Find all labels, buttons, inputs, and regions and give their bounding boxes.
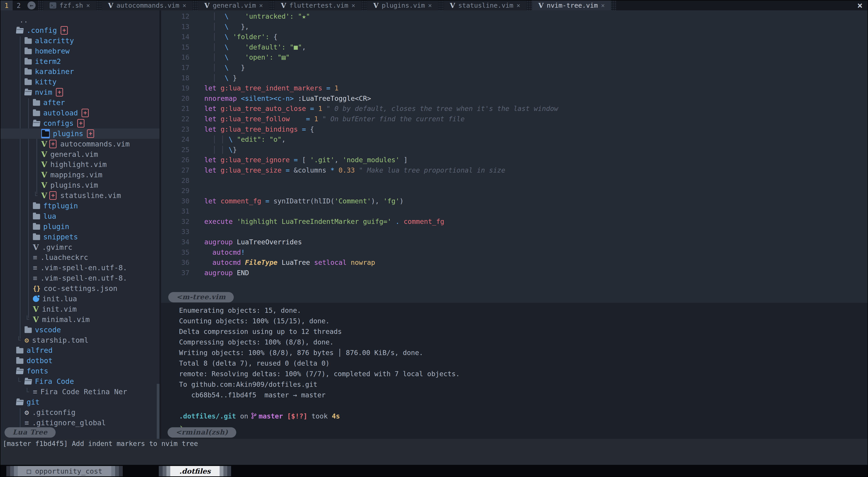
file-tree-sidebar[interactable]: ...config+alacrittyhomebrewiterm2karabin… — [0, 10, 159, 439]
back-arrow-icon[interactable]: ← — [28, 1, 36, 9]
tab-nvim-tree.vim[interactable]: Vnvim-tree.vim× — [532, 0, 611, 10]
tree-item-fonts[interactable]: fonts — [0, 366, 159, 376]
tree-item-.vim-spell-en.utf-8.[interactable]: ≡.vim-spell-en.utf-8. — [0, 273, 159, 283]
tree-item-plugin[interactable]: plugin — [0, 222, 159, 232]
tree-item-configs[interactable]: configs+ — [0, 118, 159, 129]
git-new-badge: + — [77, 119, 85, 128]
tree-item-dotbot[interactable]: dotbot — [0, 355, 159, 366]
tab-autocommands.vim[interactable]: Vautocommands.vim× — [102, 0, 193, 10]
code-text: nnoremap <silent><c-n> :LuaTreeToggle<CR… — [197, 95, 371, 102]
tmux-session-right[interactable]: .dotfiles — [159, 466, 231, 476]
tab-close-icon[interactable]: × — [601, 2, 605, 9]
code-line[interactable]: 32execute 'highlight LuaTreeIndentMarker… — [161, 216, 868, 227]
code-line[interactable]: 21let g:lua_tree_auto_close = 1 " 0 by d… — [161, 103, 868, 114]
tab-close-icon[interactable]: × — [259, 2, 263, 9]
tree-item-general.vim[interactable]: Vgeneral.vim — [0, 149, 159, 160]
code-line[interactable]: 31 — [161, 206, 868, 216]
tree-item-label: nvim — [35, 88, 52, 97]
tree-item-homebrew[interactable]: homebrew — [0, 46, 159, 56]
tree-item-ftplugin[interactable]: ftplugin — [0, 201, 159, 211]
tree-item-snippets[interactable]: snippets — [0, 232, 159, 242]
tab-close-icon[interactable]: × — [517, 2, 520, 9]
tree-item-karabiner[interactable]: karabiner — [0, 66, 159, 77]
tab-close-icon[interactable]: × — [182, 2, 186, 9]
code-line[interactable]: 37augroup END — [161, 268, 868, 278]
tab-statusline.vim[interactable]: Vstatusline.vim× — [444, 0, 527, 10]
terminal-pane[interactable]: Enumerating objects: 15, done. Counting … — [161, 303, 868, 439]
code-line[interactable]: 30let comment_fg = synIDattr(hlID('Comme… — [161, 196, 868, 206]
tree-item-mappings.vim[interactable]: Vmappings.vim — [0, 170, 159, 180]
code-line[interactable]: 34augroup LuaTreeOverrides — [161, 237, 868, 247]
code-line[interactable]: 13 │ \ }, — [161, 22, 868, 32]
tree-item-.luacheckrc[interactable]: ≡.luacheckrc — [0, 252, 159, 263]
tree-item-plugins[interactable]: plugins+ — [0, 129, 159, 139]
tree-item-init.vim[interactable]: Vinit.vim — [0, 304, 159, 314]
tmux-session-left[interactable]: □ opportunity_cost — [6, 466, 123, 476]
tree-item-alfred[interactable]: alfred — [0, 345, 159, 356]
tree-item-iterm2[interactable]: iterm2 — [0, 56, 159, 67]
tree-item-.gitignore-global[interactable]: ≡.gitignore_global — [0, 418, 159, 428]
tab-plugins.vim[interactable]: Vplugins.vim× — [367, 0, 438, 10]
tree-item-label: karabiner — [35, 67, 74, 76]
tab-close-icon[interactable]: × — [351, 2, 355, 9]
tree-item-after[interactable]: after — [0, 97, 159, 108]
tmux-window-indicator[interactable]: 1 — [0, 0, 12, 10]
tree-item-Fira-Code-Retina-Ner[interactable]: └≡Fira Code Retina Ner — [0, 386, 159, 397]
tree-item-init.lua[interactable]: init.lua — [0, 294, 159, 304]
tree-item-Fira-Code[interactable]: └Fira Code — [0, 376, 159, 386]
editor-pane[interactable]: 12 │ \ 'untracked': "★"13 │ \ },14 │ \ '… — [161, 10, 868, 304]
code-line[interactable]: 22let g:lua_tree_follow = 1 " On bufEnte… — [161, 114, 868, 124]
code-line[interactable]: 27let g:lua_tree_size = &columns * 0.33 … — [161, 165, 868, 175]
tree-item-..[interactable]: .. — [0, 15, 159, 25]
tab-fluttertest.vim[interactable]: Vfluttertest.vim× — [275, 0, 362, 10]
code-line[interactable]: 36 autocmd FileType LuaTree setlocal now… — [161, 258, 868, 268]
pane-separator[interactable] — [159, 10, 161, 439]
code-line[interactable]: 18 │ \ } — [161, 73, 868, 83]
code-line[interactable]: 35 autocmd! — [161, 247, 868, 258]
tree-corner-guide: └ — [25, 388, 29, 396]
code-line[interactable]: 16 │ \ 'open': "▤" — [161, 52, 868, 63]
tree-item-vscode[interactable]: vscode — [0, 325, 159, 335]
code-line[interactable]: 14 │ \ 'folder': { — [161, 32, 868, 42]
code-line[interactable]: 17 │ \ } — [161, 63, 868, 73]
tab-fzf.sh[interactable]: >_fzf.sh× — [43, 0, 96, 10]
code-line[interactable]: 19let g:lua_tree_indent_markers = 1 — [161, 83, 868, 93]
tree-item-.gvimrc[interactable]: V.gvimrc — [0, 242, 159, 252]
code-line[interactable]: 20nnoremap <silent><c-n> :LuaTreeToggle<… — [161, 93, 868, 104]
tree-item-.vim-spell-en.utf-8.[interactable]: ≡.vim-spell-en.utf-8. — [0, 263, 159, 273]
tree-item-coc-settings.json[interactable]: {}coc-settings.json — [0, 283, 159, 294]
code-line[interactable]: 26let g:lua_tree_ignore = [ '.git', 'nod… — [161, 155, 868, 165]
tree-item-plugins.vim[interactable]: Vplugins.vim — [0, 180, 159, 190]
tab-close-icon[interactable]: × — [86, 2, 90, 9]
code-line[interactable]: 29 — [161, 185, 868, 196]
code-line[interactable]: 24 │ │ \ "edit": "o", — [161, 134, 868, 145]
code-line[interactable]: 15 │ \ 'default': "■", — [161, 42, 868, 53]
tree-item-statusline.vim[interactable]: └V+statusline.vim — [0, 190, 159, 201]
tree-item-git[interactable]: git — [0, 397, 159, 407]
tree-item-.gitconfig[interactable]: ⚙.gitconfig — [0, 407, 159, 418]
tree-item-autocommands.vim[interactable]: V+autocommands.vim — [0, 139, 159, 149]
code-line[interactable]: 12 │ \ 'untracked': "★" — [161, 11, 868, 22]
sidebar-scrollbar[interactable] — [157, 384, 159, 439]
tree-item-minimal.vim[interactable]: └Vminimal.vim — [0, 314, 159, 325]
tree-item-autoload[interactable]: autoload+ — [0, 108, 159, 118]
tree-item-starship.toml[interactable]: └⚙starship.toml — [0, 335, 159, 345]
tree-item-nvim[interactable]: nvim+ — [0, 87, 159, 97]
tab-close-icon[interactable]: × — [428, 2, 432, 9]
vim-file-icon: V — [41, 140, 47, 148]
tree-item-.config[interactable]: .config+ — [0, 25, 159, 36]
tree-item-kitty[interactable]: kitty — [0, 77, 159, 87]
window-icon: □ — [27, 467, 31, 475]
code-line[interactable]: 28 — [161, 175, 868, 186]
tree-item-highlight.vim[interactable]: Vhighlight.vim — [0, 159, 159, 170]
code-line[interactable]: 25 │ │ \} — [161, 145, 868, 155]
tree-item-alacritty[interactable]: alacritty — [0, 36, 159, 46]
tmux-window-indicator[interactable]: 2 — [12, 0, 25, 10]
tree-item-lua[interactable]: lua — [0, 211, 159, 222]
code-line[interactable]: 33 — [161, 227, 868, 237]
code-line[interactable]: 23let g:lua_tree_bindings = { — [161, 124, 868, 135]
close-all-icon[interactable]: × — [857, 0, 868, 10]
tab-general.vim[interactable]: Vgeneral.vim× — [198, 0, 269, 10]
tree-item-label: homebrew — [35, 47, 70, 55]
tree-item-label: Fira Code Retina Ner — [40, 387, 127, 396]
